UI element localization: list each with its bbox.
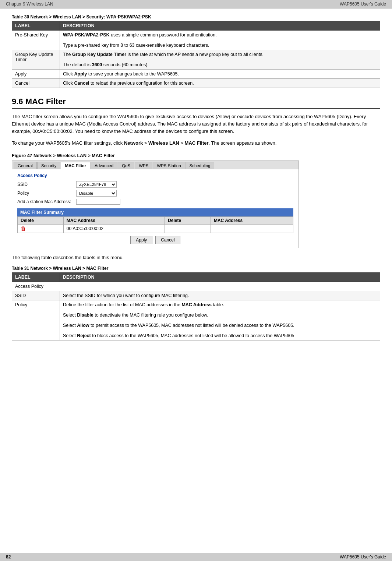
policy-select[interactable]: Disable Allow Reject [76, 190, 117, 197]
table30-label-1: Group Key Update Timer [12, 50, 60, 70]
mac-delete-icon[interactable]: 🗑 [18, 224, 64, 233]
table30-desc-1: The Group Key Update Timer is the rate a… [60, 50, 380, 70]
mac-col-delete2: Delete [165, 216, 211, 224]
mac-address-value: 00:A0:C5:00:00:02 [63, 224, 165, 233]
table31-label-1: SSID [12, 291, 60, 300]
mac-address-value2 [211, 224, 293, 233]
table31-col-desc: DESCRIPTION [60, 272, 380, 282]
figure-buttons: Apply Cancel [17, 236, 293, 244]
mac-summary-label: MAC Filter Summary [17, 208, 293, 216]
mac-addr-input[interactable] [76, 199, 120, 205]
guide-title-header: WAP5605 User's Guide [340, 1, 386, 7]
table30-desc-0: WPA-PSK/WPA2-PSK uses a simple common pa… [60, 31, 380, 50]
ssid-row: SSID ZyXEL284F78 [17, 181, 293, 188]
access-policy-label: Access Policy [17, 173, 293, 178]
figure-content: Access Policy SSID ZyXEL284F78 Policy Di… [12, 169, 299, 248]
ssid-label: SSID [17, 182, 76, 187]
mac-col-addr2: MAC Address [211, 216, 293, 224]
figure47-box: GeneralSecurityMAC FilterAdvancedQoSWPSW… [12, 160, 299, 248]
table30-label-0: Pre-Shared Key [12, 31, 60, 50]
page-header: Chapter 9 Wireless LAN WAP5605 User's Gu… [0, 0, 392, 8]
ssid-select[interactable]: ZyXEL284F78 [76, 181, 117, 188]
chapter-title: Chapter 9 Wireless LAN [6, 1, 53, 7]
tab-wps[interactable]: WPS [135, 162, 152, 169]
tab-advanced[interactable]: Advanced [91, 162, 117, 169]
mac-addr-row: Add a station Mac Address: [17, 199, 293, 205]
tab-mac-filter[interactable]: MAC Filter [61, 162, 90, 169]
tab-qos[interactable]: QoS [118, 162, 134, 169]
tab-scheduling[interactable]: Scheduling [186, 162, 215, 169]
guide-title-footer: WAP5605 User's Guide [340, 554, 386, 560]
table31-desc-1: Select the SSID for which you want to co… [60, 291, 380, 300]
page-footer: 82 WAP5605 User's Guide [0, 553, 392, 561]
tab-security[interactable]: Security [37, 162, 61, 169]
content-area: Table 30 Network > Wireless LAN > Securi… [0, 8, 392, 361]
table30-col-desc: DESCRIPTION [60, 21, 380, 31]
mac-table-row: 🗑 00:A0:C5:00:00:02 [18, 224, 293, 233]
table30-desc-3: Click Cancel to reload the previous conf… [60, 79, 380, 88]
table30-desc-2: Click Apply to save your changes back to… [60, 70, 380, 79]
page-container: Chapter 9 Wireless LAN WAP5605 User's Gu… [0, 0, 392, 561]
table30: LABEL DESCRIPTION Pre-Shared KeyWPA-PSK/… [12, 21, 380, 88]
table30-caption: Table 30 Network > Wireless LAN > Securi… [12, 14, 380, 20]
mac-addr-label: Add a station Mac Address: [17, 199, 76, 204]
table30-col-label: LABEL [12, 21, 60, 31]
page-number: 82 [6, 554, 11, 560]
policy-label: Policy [17, 191, 76, 196]
table31-intro: The following table describes the labels… [12, 254, 380, 261]
figure47-caption: Figure 47 Network > Wireless LAN > MAC F… [12, 153, 380, 158]
section-para-1: The MAC filter screen allows you to conf… [12, 113, 380, 135]
tab-bar: GeneralSecurityMAC FilterAdvancedQoSWPSW… [12, 161, 299, 169]
mac-col-delete1: Delete [18, 216, 64, 224]
cancel-button[interactable]: Cancel [155, 236, 180, 244]
mac-delete-icon2 [165, 224, 211, 233]
apply-button[interactable]: Apply [130, 236, 152, 244]
table31-label-2: Policy [12, 300, 60, 340]
mac-col-addr1: MAC Address [63, 216, 165, 224]
table31-caption: Table 31 Network > Wireless LAN > MAC Fi… [12, 266, 380, 271]
policy-row: Policy Disable Allow Reject [17, 190, 293, 197]
table30-label-3: Cancel [12, 79, 60, 88]
tab-general[interactable]: General [14, 162, 37, 169]
section-heading-96: 9.6 MAC Filter [12, 97, 380, 109]
tab-wps-station[interactable]: WPS Station [153, 162, 185, 169]
mac-filter-table: Delete MAC Address Delete MAC Address 🗑 … [17, 216, 293, 233]
table30-label-2: Apply [12, 70, 60, 79]
table31-section-0: Access Policy [12, 282, 380, 291]
table31-col-label: LABEL [12, 272, 60, 282]
table31-desc-2: Define the filter action for the list of… [60, 300, 380, 340]
table31: LABEL DESCRIPTION Access PolicySSIDSelec… [12, 272, 380, 341]
section-para-2: To change your WAP5605’s MAC filter sett… [12, 140, 380, 147]
